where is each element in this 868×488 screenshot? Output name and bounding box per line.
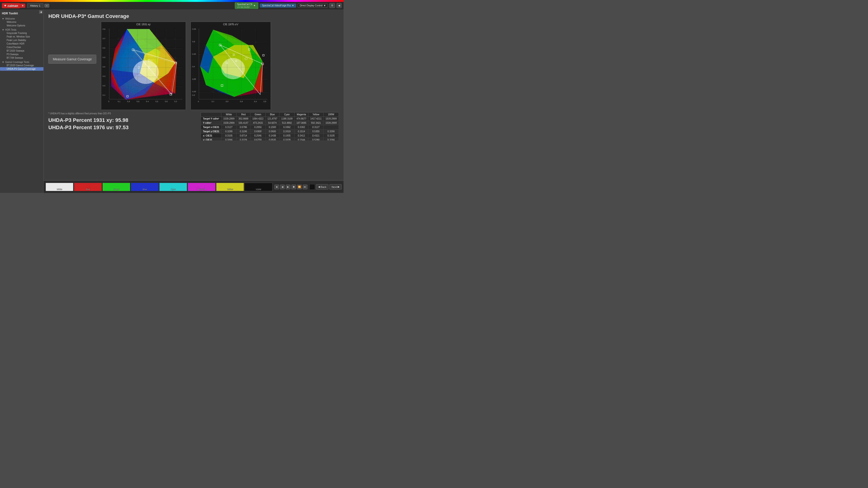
table-cell: 1186.3109 bbox=[279, 117, 294, 121]
svg-text:0.4: 0.4 bbox=[254, 100, 257, 102]
sidebar-title: HDR Toolkit bbox=[0, 11, 43, 17]
cie-1931-title: CIE 1931 xy bbox=[102, 23, 185, 26]
sidebar-item-colormatch[interactable]: ColorMatch HDR bbox=[0, 42, 43, 45]
table-cell: 0.6900 bbox=[250, 129, 266, 134]
sidebar-gamut-label: Gamut Coverage Tests bbox=[5, 61, 29, 63]
table-cell: 0.3266 bbox=[221, 138, 237, 141]
nav-controls: ■ ◀ ▶ ⏺ ⏩ ⏭ ◀ Back Next ▶ bbox=[274, 184, 342, 190]
device1-arrow-icon: ▼ bbox=[253, 4, 255, 7]
collapse-button[interactable]: ◀ bbox=[336, 3, 342, 8]
sidebar-item-bt2020-gamut[interactable]: BT.2020 Gamut Coverage bbox=[0, 64, 43, 67]
table-cell: 592.3421 bbox=[308, 121, 323, 125]
svg-text:0.5: 0.5 bbox=[192, 40, 195, 43]
table-cell: 0.2546 bbox=[250, 134, 266, 138]
color-swatch-green[interactable]: Green bbox=[102, 183, 130, 191]
color-swatch-yellow[interactable]: Yellow bbox=[216, 183, 244, 191]
table-cell: 473.2415 bbox=[250, 121, 266, 125]
sidebar-group-gamut[interactable]: ▼ Gamut Coverage Tests bbox=[0, 60, 43, 64]
fast-forward-button[interactable]: ⏩ bbox=[297, 185, 302, 189]
svg-text:0.55: 0.55 bbox=[192, 28, 196, 30]
svg-text:0.1: 0.1 bbox=[212, 100, 214, 102]
swatch-label-yellow: Yellow bbox=[227, 188, 233, 191]
header-right: SpectraCal C6 LG G4 OLED ▼ SpectraCal Vi… bbox=[235, 2, 342, 9]
color-swatch-white[interactable]: White bbox=[45, 183, 73, 191]
tab-history1[interactable]: History 1 bbox=[27, 3, 43, 8]
color-swatch-red[interactable]: Red bbox=[74, 183, 102, 191]
svg-text:0.2: 0.2 bbox=[226, 100, 228, 102]
record-button[interactable]: ⏺ bbox=[291, 185, 296, 189]
color-swatch-magenta[interactable]: Magenta bbox=[188, 183, 215, 191]
sidebar-collapse-btn[interactable]: ◀ bbox=[39, 10, 42, 14]
table-row: Target Y cd/m²1539.2999352.98891064.4322… bbox=[201, 117, 339, 121]
sidebar-section-hdr-tests: ▼ HDR Tests Grayscale Tracking Peak vs. … bbox=[0, 28, 43, 60]
table-cell: 0.3412 bbox=[294, 134, 308, 138]
table-cell: 0.3229 bbox=[237, 138, 250, 141]
sidebar-item-welcome[interactable]: Welcome bbox=[0, 20, 43, 24]
table-cell: 0.0535 bbox=[266, 138, 279, 141]
color-swatch-cyan[interactable]: Cyan bbox=[159, 183, 187, 191]
sidebar-item-peak-window[interactable]: Peak vs. Window Size bbox=[0, 35, 43, 38]
color-swatch-blue[interactable]: Blue bbox=[131, 183, 159, 191]
table-row: Y cd/m²1539.2999155.4147473.241554.60745… bbox=[201, 121, 339, 125]
sidebar-group-hdr-tests[interactable]: ▼ HDR Tests bbox=[0, 28, 43, 31]
device2-dropdown[interactable]: SpectraCal VideoForge Pro ▼ bbox=[260, 3, 296, 7]
sidebar-item-grayscale[interactable]: Grayscale Tracking bbox=[0, 31, 43, 35]
svg-text:0: 0 bbox=[198, 100, 199, 102]
table-cell bbox=[323, 125, 339, 129]
calman-star-icon: ✦ bbox=[4, 4, 7, 7]
main-layout: ◀ HDR Toolkit ▼ Welcome Welcome Welcome … bbox=[0, 9, 343, 193]
table-cell: 0.0600 bbox=[266, 129, 279, 134]
settings-button[interactable]: ⚙ bbox=[329, 3, 335, 8]
sidebar-item-uhdap3-gamut[interactable]: UHDA-P3 Gamut Coverage bbox=[0, 67, 43, 71]
stop-button[interactable]: ■ bbox=[274, 185, 279, 189]
color-swatch-100w[interactable]: 100W bbox=[244, 183, 272, 191]
table-cell: 352.9889 bbox=[237, 117, 250, 121]
sidebar-item-bt2020-sweeps[interactable]: BT.2020 Sweeps bbox=[0, 49, 43, 53]
sidebar-welcome-label: Welcome bbox=[5, 18, 15, 20]
tab-add-button[interactable]: + bbox=[44, 4, 49, 7]
sidebar-gamut-arrow: ▼ bbox=[2, 61, 4, 63]
next-button[interactable]: Next ▶ bbox=[329, 184, 342, 190]
table-cell: 0.3105 bbox=[221, 134, 237, 138]
bottom-bar: WhiteRedGreenBlueCyanMagentaYellow100W ■… bbox=[44, 181, 343, 193]
table-cell: 155.4147 bbox=[237, 121, 250, 125]
device3-dropdown[interactable]: Direct Display Control ▼ bbox=[298, 3, 328, 7]
sidebar-item-colorchecker[interactable]: ColorChecker bbox=[0, 45, 43, 49]
table-cell: 0.3319 bbox=[279, 129, 294, 134]
measurements-table: White Red Green Blue Cyan Magenta Yellow… bbox=[201, 112, 339, 140]
calman-menu-dropdown[interactable]: ▼ bbox=[20, 3, 25, 8]
swatch-label-100w: 100W bbox=[256, 188, 261, 191]
measure-gamut-button[interactable]: Measure Gamut Coverage bbox=[49, 55, 96, 64]
col-header-white: White bbox=[221, 112, 237, 117]
skip-button[interactable]: ⏭ bbox=[303, 185, 307, 189]
stat-xy: UHDA-P3 Percent 1931 xy: 95.98 bbox=[49, 117, 196, 124]
table-cell-label: Target y:CIE31 bbox=[201, 129, 221, 134]
back-label: Back bbox=[321, 186, 326, 188]
table-cell: 1539.2999 bbox=[221, 117, 237, 121]
table-cell: 0.3362 bbox=[279, 125, 294, 129]
svg-text:0.25: 0.25 bbox=[192, 91, 196, 93]
device3-label: Direct Display Control bbox=[300, 4, 322, 7]
cie-1976-chart: CIE 1976 u'v' 0.55 0.5 0.45 0.4 0.35 0.2… bbox=[191, 22, 271, 110]
sidebar-item-p3-sweeps[interactable]: P3 Sweeps bbox=[0, 53, 43, 56]
sidebar-item-peak-lum[interactable]: Peak Lum Stability bbox=[0, 38, 43, 42]
table-row: y: CIE310.32660.32290.67590.05350.33280.… bbox=[201, 138, 339, 141]
table-cell: 513.4892 bbox=[279, 121, 294, 125]
sidebar-item-bt709-sweeps[interactable]: BT.709 Sweeps bbox=[0, 56, 43, 60]
table-cell: 0.3290 bbox=[221, 129, 237, 134]
play-button[interactable]: ▶ bbox=[286, 185, 290, 189]
col-header-100w: 100W bbox=[323, 112, 339, 117]
next-arrow-icon: ▶ bbox=[338, 185, 340, 188]
footnote: * UHDA-P3 has a slightly different Red p… bbox=[49, 112, 196, 115]
table-cell: 0.6714 bbox=[237, 134, 250, 138]
sidebar-group-welcome[interactable]: ▼ Welcome bbox=[0, 17, 43, 20]
back-button[interactable]: ◀ Back bbox=[316, 184, 329, 190]
sidebar-item-welcome-options[interactable]: Welcome Options bbox=[0, 24, 43, 27]
table-cell: 0.1500 bbox=[266, 125, 279, 129]
prev-button[interactable]: ◀ bbox=[280, 185, 285, 189]
table-cell: 1539.2999 bbox=[221, 121, 237, 125]
next-label: Next bbox=[332, 186, 337, 188]
table-row: Target y:CIE310.32900.31960.69000.06000.… bbox=[201, 129, 339, 134]
device1-dropdown[interactable]: SpectraCal C6 LG G4 OLED ▼ bbox=[235, 2, 258, 9]
calman-logo[interactable]: ✦ calman bbox=[2, 3, 20, 8]
